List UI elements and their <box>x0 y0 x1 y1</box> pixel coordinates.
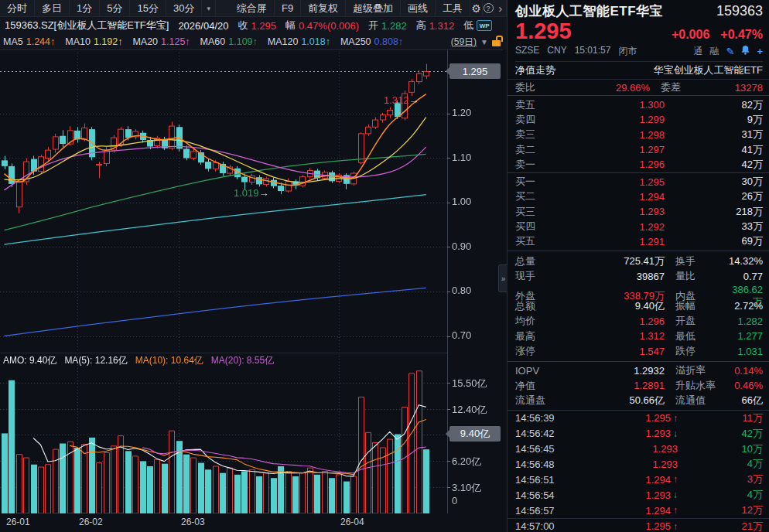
tick-row[interactable]: 14:56:481.2934万 <box>508 457 769 472</box>
ask-price: 1.298 <box>560 129 665 141</box>
stat-value: 0.14% <box>728 365 763 377</box>
chart-panel: 分时 多日 1分 5分 15分 30分 ▾ 综合屏 F9 前复权 超级叠加 画线… <box>0 0 507 532</box>
low-price-annotation: 1.019→ <box>234 187 269 199</box>
alert-bell-icon[interactable] <box>741 46 750 57</box>
tab-1min[interactable]: 1分 <box>70 0 100 16</box>
tab-timeshare[interactable]: 分时 <box>0 0 35 16</box>
price-change: +0.006 <box>672 28 709 42</box>
tick-volume: 11万 <box>678 411 763 425</box>
kline-chart[interactable] <box>0 49 503 513</box>
stat-value: 66亿 <box>728 394 763 408</box>
tick-price: 1.294 <box>645 505 671 517</box>
tab-tools[interactable]: 工具 <box>436 0 470 16</box>
fund-full-name[interactable]: 华宝创业板人工智能ETF <box>653 63 763 77</box>
edit-pencil-icon[interactable]: ✎ <box>726 46 735 57</box>
bid-volume: 26万 <box>665 189 763 203</box>
bid-row[interactable]: 买一1.29530万 <box>508 174 769 189</box>
date-axis-label: 26-01 <box>6 517 30 527</box>
commission-ratio-row: 委比 29.66% 委差 13278 <box>508 80 769 96</box>
tick-row[interactable]: 14:56:571.294↑12万 <box>508 503 769 518</box>
stat-label: 跌停 <box>665 344 728 358</box>
ma-indicator-bar: MA51.244↑ MA101.192↑ MA201.125↑ MA601.10… <box>0 34 507 49</box>
bid-row[interactable]: 买三1.293218万 <box>508 204 769 219</box>
bid-price: 1.291 <box>560 236 665 247</box>
tab-multiday[interactable]: 多日 <box>35 0 70 16</box>
trade-date: 2026/04/20 <box>178 20 228 32</box>
ma60-indicator[interactable]: MA601.109↑ <box>200 36 258 47</box>
bid-volume: 30万 <box>665 175 763 189</box>
bid-row[interactable]: 买四1.29233万 <box>508 219 769 234</box>
volume-axis-label: 12.40亿 <box>452 403 487 417</box>
ma120-indicator[interactable]: MA1201.018↑ <box>268 36 330 47</box>
margin-tag[interactable]: 融 <box>710 45 719 58</box>
help-icon[interactable]: ? <box>483 0 495 16</box>
tick-row[interactable]: 14:56:541.293↓4万 <box>508 487 769 503</box>
period-dropdown-icon[interactable]: ▾ <box>202 0 216 16</box>
tick-row[interactable]: 14:56:451.29310万 <box>508 442 769 457</box>
stock-connect-tag[interactable]: 通 <box>694 45 703 58</box>
bid-label: 买一 <box>515 175 560 189</box>
tab-composite-screen[interactable]: 综合屏 <box>230 0 275 16</box>
price-change-pct: +0.47% <box>720 28 763 42</box>
volume-axis-label: 0 <box>452 495 457 506</box>
tick-volume: 12万 <box>678 503 763 517</box>
stat-value: 725.41万 <box>560 254 665 268</box>
tab-nav-trend[interactable]: 净值走势 <box>515 63 555 77</box>
stat-label: 振幅 <box>665 299 728 313</box>
tab-15min[interactable]: 15分 <box>130 0 166 16</box>
stat-label: 均价 <box>515 314 560 328</box>
close-label: 收 <box>238 19 248 32</box>
stat-label: 升贴水率 <box>665 379 728 393</box>
ask-row[interactable]: 卖五1.30082万 <box>508 97 769 112</box>
weicha-value: 13278 <box>704 82 763 94</box>
chevron-right-icon[interactable]: › <box>494 0 507 16</box>
stat-row: 净值1.2891升贴水率0.46% <box>508 378 769 393</box>
tick-row[interactable]: 14:57:001.295↑21万 <box>508 518 769 532</box>
stat-label: 总额 <box>515 299 560 313</box>
stat-label: 净值 <box>515 379 560 393</box>
ma10-indicator[interactable]: MA101.192↑ <box>65 36 122 47</box>
period-59d-selector[interactable]: (59日) <box>451 36 477 49</box>
wp-widget-icon[interactable]: WP <box>477 20 492 31</box>
tab-super-overlay[interactable]: 超级叠加 <box>346 0 401 16</box>
ask-label: 卖一 <box>515 158 560 172</box>
tab-5min[interactable]: 5分 <box>100 0 130 16</box>
tick-row[interactable]: 14:56:511.294↑3万 <box>508 472 769 487</box>
stat-row: 总量725.41万换手14.32% <box>508 254 769 268</box>
stat-row: 现手39867量比0.77 <box>508 268 769 283</box>
bid-volume: 218万 <box>665 205 763 219</box>
tick-row[interactable]: 14:56:391.295↑11万 <box>508 411 769 426</box>
unlock-icon[interactable] <box>492 40 501 46</box>
ask-row[interactable]: 卖一1.29642万 <box>508 157 769 172</box>
settings-gear-icon[interactable]: ⚙ <box>470 0 483 16</box>
add-watchlist-icon[interactable]: + <box>757 46 763 57</box>
ask-row[interactable]: 卖四1.2999万 <box>508 112 769 127</box>
tick-time: 14:56:39 <box>515 412 574 424</box>
stat-label: 流通盘 <box>515 394 560 408</box>
open-label: 开 <box>368 19 378 32</box>
tab-30min[interactable]: 30分 <box>166 0 202 16</box>
ask-row[interactable]: 卖二1.29741万 <box>508 142 769 157</box>
open-value: 1.282 <box>381 20 407 32</box>
period-triangle-icon[interactable]: ▼ <box>480 38 488 46</box>
price-axis-label: 1.10 <box>452 152 471 163</box>
ma5-indicator[interactable]: MA51.244↑ <box>3 36 55 47</box>
stat-label: 开盘 <box>665 314 728 328</box>
bid-row[interactable]: 买五1.29169万 <box>508 234 769 249</box>
quote-time: 15:01:57 <box>575 45 611 58</box>
panel-collapse-handle[interactable]: » <box>498 264 508 292</box>
tab-draw-line[interactable]: 画线 <box>401 0 436 16</box>
tick-row[interactable]: 14:56:421.293↓42万 <box>508 426 769 442</box>
stat-value: 39867 <box>560 271 665 282</box>
price-axis-label: 0.70 <box>452 329 471 341</box>
close-value: 1.295 <box>251 20 276 32</box>
bid-volume: 69万 <box>665 234 763 248</box>
stat-label: 流通值 <box>665 394 728 408</box>
tab-f9[interactable]: F9 <box>275 0 301 16</box>
ma20-indicator[interactable]: MA201.125↑ <box>132 36 190 47</box>
tab-forward-adjusted[interactable]: 前复权 <box>301 0 346 16</box>
bid-row[interactable]: 买二1.29426万 <box>508 189 769 204</box>
ask-row[interactable]: 卖三1.29831万 <box>508 128 769 142</box>
ma250-indicator[interactable]: MA2500.808↑ <box>340 36 403 47</box>
exchange-label: SZSE <box>515 45 539 58</box>
